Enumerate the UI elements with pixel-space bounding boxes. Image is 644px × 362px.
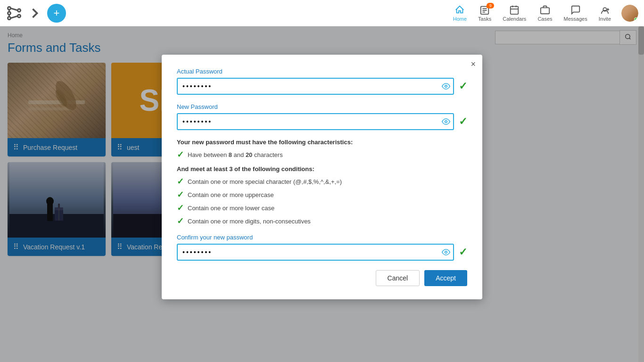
actual-password-toggle[interactable] [442,82,450,90]
nav-tasks-label: Tasks [478,16,491,22]
add-button[interactable]: + [47,4,66,23]
actual-password-check: ✓ [459,80,467,92]
nav-home-label: Home [453,16,467,22]
page: Home Forms and Tasks ⠿ [0,26,644,362]
confirm-password-toggle[interactable] [442,248,450,256]
svg-point-37 [445,85,447,88]
svg-rect-18 [541,8,549,14]
svg-point-2 [8,16,11,19]
new-password-input[interactable] [177,113,454,130]
svg-line-6 [11,16,18,18]
actual-password-wrap [177,78,454,95]
topnav-left: + [6,4,448,23]
cond-item-lowercase: ✓ Contain one or more lower case [177,203,467,213]
cond-text-uppercase: Contain one or more uppercase [188,191,274,198]
new-password-toggle[interactable] [442,117,450,126]
modal-overlay: × Actual Password ✓ [0,26,644,362]
topnav-right: Home 9 Tasks Calendars Cas [448,3,638,24]
nav-invite[interactable]: Invite [594,3,616,24]
nav-calendars[interactable]: Calendars [498,3,531,24]
req-text-length: Have between 8 and 20 characters [188,151,283,158]
new-password-group: New Password ✓ [177,103,467,130]
avatar[interactable] [621,5,638,22]
svg-point-1 [8,12,11,15]
cond-check-special: ✓ [177,176,184,187]
cond-item-special: ✓ Contain one or more special character … [177,176,467,187]
actual-password-row: ✓ [177,78,467,95]
modal-close-button[interactable]: × [471,59,476,69]
nav-calendars-label: Calendars [503,16,526,22]
svg-line-5 [11,8,18,10]
confirm-password-wrap [177,244,454,261]
actual-password-group: Actual Password ✓ [177,68,467,95]
svg-point-3 [18,9,21,12]
nav-home[interactable]: Home [448,3,471,24]
tasks-badge: 9 [487,3,494,8]
svg-point-0 [8,7,11,9]
confirm-password-label: Confirm your new password [177,234,467,241]
new-password-label: New Password [177,103,467,110]
nav-messages[interactable]: Messages [559,3,592,24]
cond-text-digits: Contain one or more digits, non-consecut… [188,218,311,225]
req-check-length: ✓ [177,149,184,160]
actual-password-label: Actual Password [177,68,467,75]
change-password-modal: × Actual Password ✓ [162,55,482,299]
nav-tree-icon[interactable] [6,5,23,22]
nav-cases-label: Cases [537,16,552,22]
accept-button[interactable]: Accept [424,270,467,286]
svg-point-4 [18,15,21,17]
svg-point-38 [445,121,447,123]
cancel-button[interactable]: Cancel [376,270,420,286]
new-password-row: ✓ [177,113,467,130]
cond-check-digits: ✓ [177,216,184,226]
confirm-password-group: Confirm your new password ✓ [177,234,467,261]
new-password-wrap [177,113,454,130]
cond-item-digits: ✓ Contain one or more digits, non-consec… [177,216,467,226]
svg-rect-14 [511,6,519,14]
confirm-password-input[interactable] [177,244,454,261]
requirements-section: Your new password must have the followin… [177,139,467,160]
confirm-password-row: ✓ [177,244,467,261]
cond-text-special: Contain one or more special character (@… [188,178,342,185]
modal-actions: Cancel Accept [177,270,467,286]
nav-invite-label: Invite [599,16,611,22]
cond-check-uppercase: ✓ [177,189,184,200]
req-item-length: ✓ Have between 8 and 20 characters [177,149,467,160]
new-password-check: ✓ [459,115,467,128]
nav-breadcrumb-arrow[interactable] [26,5,43,22]
nav-tasks[interactable]: 9 Tasks [473,3,496,24]
conditions-title: And meet at least 3 of the following con… [177,165,467,173]
cond-text-lowercase: Contain one or more lower case [188,205,274,212]
conditions-section: And meet at least 3 of the following con… [177,165,467,226]
cond-item-uppercase: ✓ Contain one or more uppercase [177,189,467,200]
nav-messages-label: Messages [564,16,587,22]
confirm-password-check: ✓ [459,246,467,258]
top-navigation: + Home 9 Tasks Calendars [0,0,644,26]
requirements-title: Your new password must have the followin… [177,139,467,146]
actual-password-input[interactable] [177,78,454,95]
cond-check-lowercase: ✓ [177,203,184,213]
nav-cases[interactable]: Cases [533,3,557,24]
online-indicator [634,17,638,21]
svg-point-39 [445,251,447,254]
